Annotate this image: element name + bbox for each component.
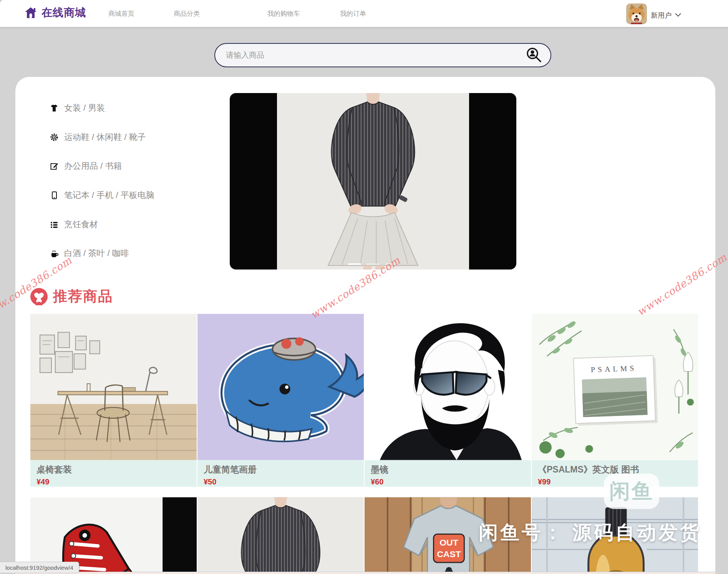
- whisky-bottle-and-glass-image: [532, 497, 698, 574]
- man-with-sunglasses-image: [365, 314, 531, 460]
- product-caption: 桌椅套装 ¥49: [30, 460, 197, 487]
- sidebar-item-drinks[interactable]: 白酒 / 茶叶 / 咖啡: [50, 247, 129, 260]
- carousel-indicator[interactable]: [348, 263, 361, 265]
- bottom-edge-strip: [15, 572, 715, 574]
- coffee-icon: [50, 249, 58, 258]
- product-card[interactable]: 儿童简笔画册 ¥50: [197, 314, 364, 487]
- sidebar-item-office-books[interactable]: 办公用品 / 书籍: [50, 160, 122, 172]
- sidebar-item-cooking[interactable]: 烹饪食材: [50, 218, 98, 231]
- product-card[interactable]: [197, 497, 364, 574]
- navbar: 在线商城 商城首页 商品分类 我的购物车 我的订单 新用户: [0, 0, 728, 27]
- product-price: ¥49: [36, 478, 197, 486]
- search-button[interactable]: [525, 47, 543, 64]
- tablet-icon: [50, 191, 58, 200]
- nav-link-orders[interactable]: 我的订单: [340, 9, 366, 18]
- psalms-book-with-plants-image: PSALMS: [532, 314, 698, 460]
- product-card[interactable]: 墨镜 ¥60: [365, 314, 531, 487]
- sidebar-item-label: 白酒 / 茶叶 / 咖啡: [64, 248, 129, 259]
- sidebar-item-label: 女装 / 男装: [64, 102, 105, 114]
- status-url-text: localhost:9192/goodview/4: [5, 564, 73, 571]
- book-cover-title: PSALMS: [590, 364, 637, 374]
- product-name: 桌椅套装: [36, 464, 197, 476]
- product-grid: 桌椅套装 ¥49: [30, 314, 699, 574]
- product-price: ¥60: [371, 478, 531, 486]
- outcast-tshirt-image: OUT CAST: [365, 497, 531, 574]
- sidebar-item-label: 运动鞋 / 休闲鞋 / 靴子: [64, 131, 146, 143]
- memo-icon: [50, 162, 58, 170]
- tshirt-graphic-line2: CAST: [437, 549, 461, 559]
- product-name: 《PSALMS》英文版 图书: [538, 464, 698, 476]
- tshirt-icon: [50, 104, 58, 112]
- chevron-down-icon[interactable]: [675, 13, 681, 17]
- search-input[interactable]: [214, 43, 551, 67]
- carousel-indicator[interactable]: [366, 263, 380, 265]
- page: 在线商城 商城首页 商品分类 我的购物车 我的订单 新用户: [0, 0, 728, 574]
- list-icon: [50, 220, 58, 229]
- recommend-title: 推荐商品: [53, 287, 113, 306]
- heart-service-icon: [30, 288, 48, 305]
- recommend-header: 推荐商品: [30, 287, 113, 306]
- carousel-slide-model-photo: [277, 93, 469, 270]
- brand-logo[interactable]: 在线商城: [24, 5, 86, 20]
- product-name: 儿童简笔画册: [204, 464, 364, 476]
- sidebar-item-clothing[interactable]: 女装 / 男装: [50, 102, 105, 114]
- sidebar-item-label: 办公用品 / 书籍: [64, 160, 122, 172]
- nav-link-categories[interactable]: 商品分类: [174, 9, 200, 18]
- carousel-indicator[interactable]: [385, 263, 398, 265]
- desk-and-chair-sketch-image: [30, 314, 197, 460]
- product-caption: 儿童简笔画册 ¥50: [197, 460, 364, 487]
- search-bar: [214, 43, 551, 67]
- striped-shirt-model-image: [197, 497, 364, 574]
- sidebar-item-label: 笔记本 / 手机 / 平板电脑: [64, 190, 154, 201]
- main-content-card: 女装 / 男装 运动鞋 / 休闲鞋 / 靴子 办公用品 / 书籍 笔记本 / 手…: [15, 77, 715, 574]
- product-card[interactable]: 桌椅套装 ¥49: [30, 314, 197, 487]
- product-card[interactable]: [532, 497, 698, 574]
- product-price: ¥99: [538, 478, 698, 486]
- product-card[interactable]: OUT CAST: [365, 497, 531, 574]
- home-icon: [24, 6, 38, 19]
- nav-link-home[interactable]: 商城首页: [108, 9, 134, 18]
- nav-link-cart[interactable]: 我的购物车: [267, 9, 300, 18]
- shiba-dog-avatar-image: [626, 3, 647, 24]
- product-name: 墨镜: [371, 464, 531, 476]
- product-caption: 墨镜 ¥60: [365, 460, 531, 487]
- gear-icon: [50, 133, 58, 141]
- sidebar-item-electronics[interactable]: 笔记本 / 手机 / 平板电脑: [50, 189, 154, 201]
- product-card[interactable]: PSALMS 《PSALMS》英文版 图书 ¥99: [532, 314, 698, 487]
- carousel-indicators: [230, 263, 516, 265]
- sidebar-item-label: 烹饪食材: [64, 219, 98, 230]
- brand-title: 在线商城: [41, 5, 86, 20]
- hero-carousel[interactable]: [230, 93, 516, 270]
- sidebar-item-shoes[interactable]: 运动鞋 / 休闲鞋 / 靴子: [50, 131, 146, 143]
- tshirt-graphic-line1: OUT: [439, 537, 458, 547]
- cartoon-blue-whale-image: [197, 314, 364, 460]
- product-caption: 《PSALMS》英文版 图书 ¥99: [532, 460, 698, 487]
- username-label[interactable]: 新用户: [651, 11, 672, 20]
- status-url-bubble: localhost:9192/goodview/4: [0, 562, 79, 573]
- search-icon: [525, 47, 543, 64]
- product-price: ¥50: [204, 478, 364, 486]
- user-avatar[interactable]: [626, 3, 647, 24]
